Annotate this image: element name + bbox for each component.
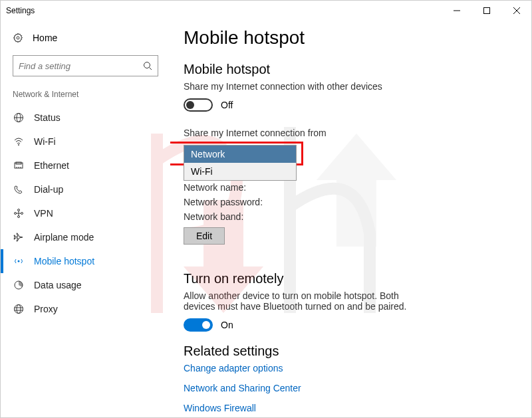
category-header: Network & Internet <box>1 90 170 106</box>
svg-point-17 <box>18 209 20 211</box>
home-label: Home <box>33 33 57 43</box>
nav-airplane[interactable]: Airplane mode <box>1 225 170 249</box>
network-password-label: Network password: <box>184 197 518 207</box>
remote-toggle-label: On <box>221 320 233 330</box>
nav-label: Dial-up <box>34 184 63 195</box>
page-title: Mobile hotspot <box>184 27 518 49</box>
hotspot-heading: Mobile hotspot <box>184 62 518 77</box>
main-panel: Mobile hotspot Mobile hotspot Share my I… <box>170 21 531 417</box>
nav-hotspot[interactable]: Mobile hotspot <box>1 249 170 273</box>
proxy-icon <box>13 304 25 314</box>
edit-button[interactable]: Edit <box>184 227 225 245</box>
nav-dialup[interactable]: Dial-up <box>1 177 170 201</box>
link-network-sharing[interactable]: Network and Sharing Center <box>184 383 518 393</box>
nav-ethernet[interactable]: Ethernet <box>1 154 170 177</box>
nav-label: Ethernet <box>34 160 69 171</box>
maximize-button[interactable] <box>471 1 501 21</box>
gear-icon <box>13 33 23 43</box>
nav-wifi[interactable]: Wi-Fi <box>1 130 170 154</box>
nav-label: Mobile hotspot <box>34 256 94 266</box>
nav-label: VPN <box>34 208 53 219</box>
svg-point-19 <box>18 261 20 262</box>
link-adapter-options[interactable]: Change adapter options <box>184 363 518 373</box>
share-from-dropdown[interactable]: Network Wi-Fi <box>184 145 297 181</box>
network-name-label: Network name: <box>184 182 518 193</box>
svg-rect-1 <box>483 8 489 14</box>
svg-point-15 <box>15 213 17 215</box>
search-input[interactable] <box>19 61 143 71</box>
nav-vpn[interactable]: VPN <box>1 201 170 225</box>
dropdown-option-network[interactable]: Network <box>184 146 296 163</box>
nav-proxy[interactable]: Proxy <box>1 297 170 321</box>
hotspot-desc: Share my Internet connection with other … <box>184 81 518 92</box>
remote-heading: Turn on remotely <box>184 271 518 286</box>
svg-point-4 <box>144 62 150 68</box>
nav-status[interactable]: Status <box>1 106 170 130</box>
svg-point-22 <box>17 305 21 314</box>
hotspot-toggle[interactable] <box>184 98 213 112</box>
wifi-icon <box>13 136 25 147</box>
window-controls <box>442 1 531 21</box>
svg-point-9 <box>18 144 19 146</box>
ethernet-icon <box>13 160 25 171</box>
link-windows-firewall[interactable]: Windows Firewall <box>184 403 518 413</box>
airplane-icon <box>13 232 25 243</box>
dialup-icon <box>13 184 25 195</box>
share-from-label: Share my Internet connection from <box>184 128 518 138</box>
hotspot-toggle-label: Off <box>221 100 233 110</box>
hotspot-icon <box>13 256 25 266</box>
nav-label: Proxy <box>34 304 58 314</box>
vpn-icon <box>13 208 25 219</box>
nav-label: Wi-Fi <box>34 136 56 147</box>
network-band-label: Network band: <box>184 211 518 222</box>
home-nav[interactable]: Home <box>1 27 170 49</box>
globe-icon <box>13 112 25 123</box>
svg-point-16 <box>21 213 23 215</box>
nav-datausage[interactable]: Data usage <box>1 273 170 297</box>
remote-desc: Allow another device to turn on mobile h… <box>184 290 410 312</box>
minimize-button[interactable] <box>442 1 471 21</box>
svg-point-21 <box>15 305 23 314</box>
remote-toggle[interactable] <box>184 318 213 332</box>
sidebar: Home Network & Internet Status Wi-Fi Eth… <box>1 21 170 417</box>
data-icon <box>13 280 25 290</box>
dropdown-option-wifi[interactable]: Wi-Fi <box>184 163 296 180</box>
window-title: Settings <box>6 6 35 15</box>
titlebar: Settings <box>1 1 531 21</box>
nav-label: Airplane mode <box>34 232 94 243</box>
nav-label: Status <box>34 112 61 123</box>
svg-point-18 <box>18 216 20 218</box>
svg-line-5 <box>150 68 152 70</box>
search-box[interactable] <box>13 55 158 76</box>
search-icon <box>143 61 152 70</box>
related-heading: Related settings <box>184 344 518 359</box>
close-button[interactable] <box>501 1 531 21</box>
nav-label: Data usage <box>34 280 82 290</box>
